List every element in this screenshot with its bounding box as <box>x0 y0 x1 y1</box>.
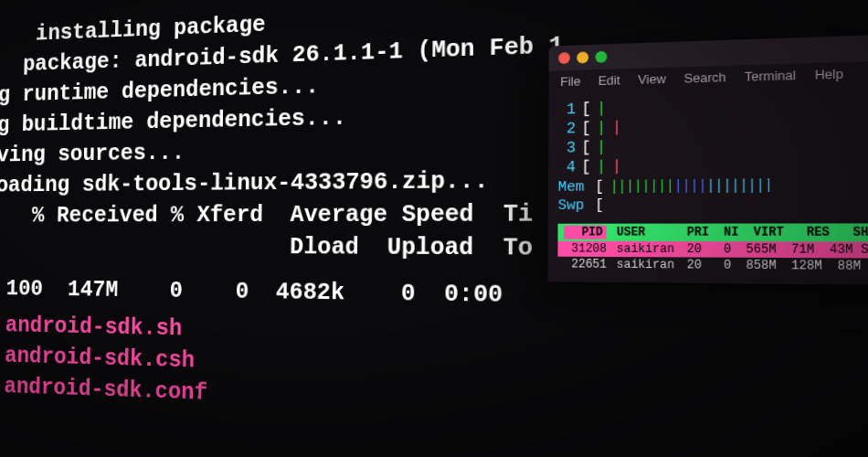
menu-terminal[interactable]: Terminal <box>745 68 796 84</box>
menu-help[interactable]: Help <box>815 66 843 81</box>
menu-view[interactable]: View <box>638 71 666 87</box>
htop-window: File Edit View Search Terminal Help Task… <box>548 27 868 288</box>
process-row[interactable]: 22651 saikiran 20 0 858M 128M 88M S 0.7 … <box>557 257 868 277</box>
menu-search[interactable]: Search <box>684 69 726 85</box>
process-header[interactable]: PID USER PRI NI VIRT RES SHR S CPU% MEM% <box>558 223 868 242</box>
menu-file[interactable]: File <box>560 74 580 89</box>
memory-bar: Mem [|||||||||||||||||||| 2.85G/11.6G <box>558 175 868 196</box>
swap-bar: Swp [ 0K/0K <box>558 195 868 214</box>
menu-edit[interactable]: Edit <box>598 73 620 89</box>
maximize-icon[interactable] <box>596 51 608 63</box>
minimize-icon[interactable] <box>577 51 588 63</box>
close-icon[interactable] <box>558 52 570 64</box>
